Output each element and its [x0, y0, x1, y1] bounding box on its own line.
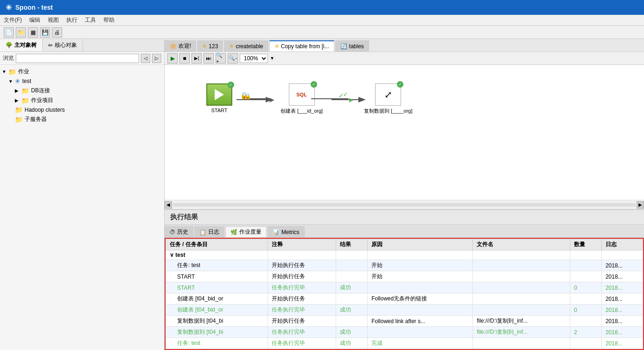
tab-createtable[interactable]: ✳ createtable: [224, 40, 268, 51]
tab-main-objects[interactable]: 🌳 主对象树: [0, 39, 43, 51]
grid-button[interactable]: ▦: [28, 27, 38, 38]
table-row: START 开始执行任务 开始 2018...: [166, 271, 643, 282]
tab-123[interactable]: ✳ 123: [197, 40, 223, 51]
new-button[interactable]: 📄: [4, 27, 14, 38]
cell-filename: [473, 338, 570, 349]
canvas-area: 🔒 ✓ ✓ START 🔒: [165, 65, 644, 200]
tree-item-hadoop[interactable]: 📁 Hadoop clusters: [0, 105, 164, 115]
tab-core-objects[interactable]: ✏ 核心对象: [43, 39, 83, 51]
results-tab-metrics-cn[interactable]: 🌿 作业度量: [225, 226, 267, 237]
browse-btn-1[interactable]: ◁: [141, 54, 150, 63]
cell-reason: [368, 282, 473, 293]
main-objects-label: 主对象树: [14, 41, 37, 49]
cell-note: 任务执行完毕: [268, 305, 336, 316]
col-filename: 文件名: [473, 239, 570, 250]
cell-result: [336, 250, 368, 260]
connector-line: [250, 98, 268, 99]
zoom-out-button[interactable]: 🔍-: [228, 53, 238, 64]
col-count: 数量: [570, 239, 601, 250]
cell-log: [601, 250, 643, 260]
copy-label: 复制数据到 [____org]: [364, 108, 413, 115]
cell-result: [336, 316, 368, 327]
start-check: ✓: [228, 82, 234, 88]
start-node[interactable]: ✓ START: [206, 83, 232, 113]
sql-check: ✓: [311, 81, 317, 88]
zoom-selector[interactable]: 100% 75% 150%: [240, 54, 268, 63]
menu-edit[interactable]: 编辑: [29, 16, 40, 24]
copy-node[interactable]: ✓ ⤢ 复制数据到 [____org]: [364, 83, 413, 115]
tree-label-jobs: 作业: [18, 68, 29, 76]
metrics-en-icon: 📊: [273, 229, 280, 235]
tree-item-db[interactable]: ▶ 📁 DB连接: [0, 86, 164, 95]
cell-result: [336, 271, 368, 282]
results-table-container: 任务 / 任务条目 注释 结果 原因 文件名 数量 日志 ∨ test: [165, 238, 644, 350]
tree-item-test[interactable]: ▼ ✳ test: [0, 76, 164, 86]
cell-log: 2018...: [601, 327, 643, 338]
app-title: Spoon - test: [15, 4, 53, 11]
results-tabs: ⏱ 历史 📋 日志 🌿 作业度量 📊 Metrics: [165, 225, 644, 238]
zoom-in-button[interactable]: 🔍+: [216, 53, 226, 64]
table-row: 复制数据到 [t04_bi 任务执行完毕 成功 file:///D:\复制到_i…: [166, 327, 643, 338]
cell-note: 开始执行任务: [268, 260, 336, 271]
tab-tables[interactable]: 🔄 tables: [335, 40, 369, 51]
cell-note: 开始执行任务: [268, 316, 336, 327]
cell-count: 0: [570, 305, 601, 316]
core-objects-label: 核心对象: [55, 41, 77, 49]
print-button[interactable]: 🖨: [52, 27, 62, 38]
save-button[interactable]: 💾: [40, 27, 50, 38]
main-objects-icon: 🌳: [6, 42, 13, 48]
table-header-row: 任务 / 任务条目 注释 结果 原因 文件名 数量 日志: [166, 239, 643, 250]
step-button[interactable]: ⏭: [204, 53, 214, 64]
tab-welcome-label: 欢迎!: [179, 42, 191, 50]
metrics-cn-label: 作业度量: [239, 228, 261, 236]
tab-welcome[interactable]: 🔆 欢迎!: [165, 40, 196, 51]
tab-tables-label: tables: [349, 43, 364, 50]
title-bar: ✳ Spoon - test: [0, 0, 644, 15]
cell-log: 2018...: [601, 271, 643, 282]
menu-view[interactable]: 视图: [48, 16, 59, 24]
copy-check: ✓: [397, 81, 403, 88]
browse-bar: 浏览 ◁ ▷: [0, 52, 164, 65]
menu-help[interactable]: 帮助: [103, 16, 115, 24]
results-tab-log[interactable]: 📋 日志: [194, 226, 224, 237]
browse-btn-2[interactable]: ▷: [152, 54, 161, 63]
tab-copy-table[interactable]: ✳ Copy table from [i...: [269, 40, 334, 51]
cell-reason: Followed无条件的链接: [368, 293, 473, 305]
cell-filename: [473, 250, 570, 260]
cell-task: 复制数据到 [t04_bi: [166, 316, 268, 327]
tab-copy-label: Copy table from [i...: [281, 43, 329, 50]
stop-button[interactable]: ■: [179, 53, 190, 64]
horizontal-scrollbar[interactable]: ◀ ▶: [165, 200, 644, 209]
results-tab-history[interactable]: ⏱ 历史: [165, 226, 193, 237]
cell-reason: 开始: [368, 260, 473, 271]
tree-item-job-items[interactable]: ▶ 📁 作业项目: [0, 95, 164, 105]
tab-createtable-label: createtable: [236, 43, 263, 50]
results-section: 执行结果 ⏱ 历史 📋 日志 🌿 作业度量 📊 Metrics: [165, 209, 644, 350]
cell-reason: 完成: [368, 338, 473, 349]
menu-execute[interactable]: 执行: [66, 16, 77, 24]
lock-icon: 🔒: [240, 92, 248, 99]
col-note: 注释: [268, 239, 336, 250]
play-button[interactable]: ▶: [167, 53, 178, 64]
menu-file[interactable]: 文件(F): [4, 16, 22, 24]
tree-item-sub-server[interactable]: 📁 子服务器: [0, 115, 164, 124]
metrics-en-label: Metrics: [281, 229, 300, 235]
results-tab-metrics-en[interactable]: 📊 Metrics: [268, 226, 305, 237]
scroll-left-btn[interactable]: ◀: [165, 201, 172, 209]
cell-reason: [368, 327, 473, 338]
browse-input[interactable]: [16, 54, 139, 63]
tab-welcome-icon: 🔆: [170, 43, 177, 50]
cell-result: 成功: [336, 282, 368, 293]
cell-note: 任务执行完毕: [268, 338, 336, 349]
menu-tools[interactable]: 工具: [85, 16, 96, 24]
canvas-toolbar: ▶ ■ ▶| ⏭ 🔍+ 🔍- 100% 75% 150% ▼: [165, 52, 644, 65]
pause-button[interactable]: ▶|: [191, 53, 202, 64]
cell-task: 创建表 [t04_bid_or: [166, 305, 268, 316]
copy-icon: ⤢: [384, 89, 392, 100]
tree-item-jobs[interactable]: ▼ 📁 作业: [0, 67, 164, 76]
cell-filename: [473, 282, 570, 293]
browse-label: 浏览: [3, 54, 14, 62]
scroll-right-btn[interactable]: ▶: [637, 201, 644, 209]
open-button[interactable]: 📁: [16, 27, 26, 38]
cell-log: 2018...: [601, 260, 643, 271]
